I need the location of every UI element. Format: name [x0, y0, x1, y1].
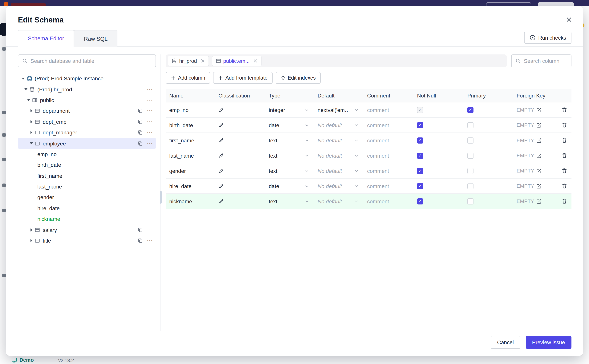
edit-foreign-key-icon[interactable]	[536, 168, 542, 173]
type-select[interactable]: integer	[265, 102, 314, 117]
primary-checkbox[interactable]	[467, 183, 474, 189]
default-select[interactable]: No default	[314, 194, 364, 209]
caret-icon[interactable]	[28, 108, 34, 114]
more-icon[interactable]: ⋯	[147, 228, 153, 232]
edit-indexes-button[interactable]: Edit indexes	[275, 72, 321, 84]
classification-edit-icon[interactable]	[218, 168, 224, 174]
caret-icon[interactable]	[28, 119, 34, 125]
tab-raw-sql[interactable]: Raw SQL	[74, 30, 117, 47]
tree-item[interactable]: department ⋯	[18, 105, 156, 116]
caret-icon[interactable]	[20, 75, 26, 81]
not-null-checkbox[interactable]	[417, 183, 423, 189]
tree-item[interactable]: (Prod) Prod Sample Instance ⋯	[18, 73, 156, 84]
column-name-cell[interactable]: emp_no	[166, 102, 215, 117]
tree-item[interactable]: birth_date ⋯	[18, 160, 156, 170]
type-select[interactable]: date	[265, 118, 314, 132]
column-search-input[interactable]	[524, 58, 567, 64]
tree-item[interactable]: dept_emp ⋯	[18, 116, 156, 127]
tree-item[interactable]: public ⋯	[18, 95, 156, 106]
comment-input[interactable]: comment	[364, 102, 414, 117]
comment-input[interactable]: comment	[364, 133, 414, 148]
tab-schema-editor[interactable]: Schema Editor	[18, 30, 74, 47]
comment-input[interactable]: comment	[364, 118, 414, 132]
close-tab-icon[interactable]	[200, 59, 205, 63]
copy-icon[interactable]	[138, 108, 143, 114]
tree-item[interactable]: (Prod) hr_prod ⋯	[18, 84, 156, 95]
add-from-template-button[interactable]: Add from template	[213, 72, 273, 84]
not-null-checkbox[interactable]	[417, 168, 423, 174]
tree-search[interactable]	[18, 54, 156, 67]
trash-icon[interactable]	[562, 137, 567, 143]
edit-foreign-key-icon[interactable]	[536, 199, 542, 204]
column-name-cell[interactable]: hire_date	[166, 179, 215, 193]
comment-input[interactable]: comment	[364, 179, 414, 193]
trash-icon[interactable]	[562, 107, 567, 113]
tree-item[interactable]: nickname ⋯	[18, 214, 156, 224]
trash-icon[interactable]	[562, 198, 567, 204]
edit-foreign-key-icon[interactable]	[536, 153, 542, 158]
tree-item[interactable]: emp_no ⋯	[18, 149, 156, 160]
trash-icon[interactable]	[562, 183, 567, 189]
caret-icon[interactable]	[26, 97, 32, 103]
resize-handle[interactable]	[160, 191, 162, 204]
not-null-checkbox[interactable]	[417, 152, 423, 159]
caret-icon[interactable]	[28, 130, 34, 136]
copy-icon[interactable]	[138, 130, 143, 135]
caret-icon[interactable]	[23, 86, 29, 92]
not-null-checkbox[interactable]	[417, 107, 423, 113]
tree-item[interactable]: last_name ⋯	[18, 181, 156, 192]
primary-checkbox[interactable]	[467, 107, 474, 113]
more-icon[interactable]: ⋯	[147, 130, 153, 134]
more-icon[interactable]: ⋯	[147, 239, 153, 242]
comment-input[interactable]: comment	[364, 148, 414, 163]
trash-icon[interactable]	[562, 122, 567, 128]
caret-icon[interactable]	[28, 227, 34, 233]
column-name-cell[interactable]: gender	[166, 163, 215, 178]
primary-checkbox[interactable]	[467, 168, 474, 174]
default-select[interactable]: No default	[314, 148, 364, 163]
more-icon[interactable]: ⋯	[147, 142, 153, 145]
default-select[interactable]: No default	[314, 118, 364, 132]
edit-foreign-key-icon[interactable]	[536, 107, 542, 112]
copy-icon[interactable]	[138, 238, 143, 243]
tree-item[interactable]: title ⋯	[18, 235, 156, 246]
tree-item[interactable]: employee ⋯	[18, 138, 156, 149]
edit-foreign-key-icon[interactable]	[536, 183, 542, 189]
add-column-button[interactable]: Add column	[166, 72, 210, 84]
default-select[interactable]: No default	[314, 163, 364, 178]
tree-item[interactable]: salary ⋯	[18, 224, 156, 235]
classification-edit-icon[interactable]	[218, 107, 224, 113]
copy-icon[interactable]	[138, 141, 143, 146]
default-select[interactable]: nextval('employ	[314, 102, 364, 117]
column-name-cell[interactable]: nickname	[166, 194, 215, 209]
classification-edit-icon[interactable]	[218, 137, 224, 143]
tree-item[interactable]: dept_manager ⋯	[18, 127, 156, 138]
close-tab-icon[interactable]	[253, 59, 258, 63]
edit-foreign-key-icon[interactable]	[536, 122, 542, 128]
column-name-cell[interactable]: first_name	[166, 133, 215, 148]
classification-edit-icon[interactable]	[218, 198, 224, 204]
tree-search-input[interactable]	[31, 58, 152, 64]
tree-item[interactable]: first_name ⋯	[18, 170, 156, 181]
copy-icon[interactable]	[138, 119, 143, 124]
type-select[interactable]: text	[265, 194, 314, 209]
default-select[interactable]: No default	[314, 179, 364, 193]
comment-input[interactable]: comment	[364, 194, 414, 209]
column-search[interactable]	[511, 54, 571, 67]
edit-foreign-key-icon[interactable]	[536, 138, 542, 143]
type-select[interactable]: text	[265, 163, 314, 178]
not-null-checkbox[interactable]	[417, 137, 423, 143]
tree-item[interactable]: hire_date ⋯	[18, 203, 156, 214]
comment-input[interactable]: comment	[364, 163, 414, 178]
type-select[interactable]: text	[265, 148, 314, 163]
preview-issue-button[interactable]: Preview issue	[526, 336, 571, 349]
classification-edit-icon[interactable]	[218, 183, 224, 189]
not-null-checkbox[interactable]	[417, 198, 423, 204]
type-select[interactable]: date	[265, 179, 314, 193]
column-name-cell[interactable]: last_name	[166, 148, 215, 163]
cancel-button[interactable]: Cancel	[491, 336, 520, 349]
run-checks-button[interactable]: Run checks	[524, 32, 571, 44]
caret-icon[interactable]	[28, 140, 34, 146]
tab-chip-table[interactable]: public.em...	[212, 56, 261, 66]
more-icon[interactable]: ⋯	[147, 120, 153, 124]
